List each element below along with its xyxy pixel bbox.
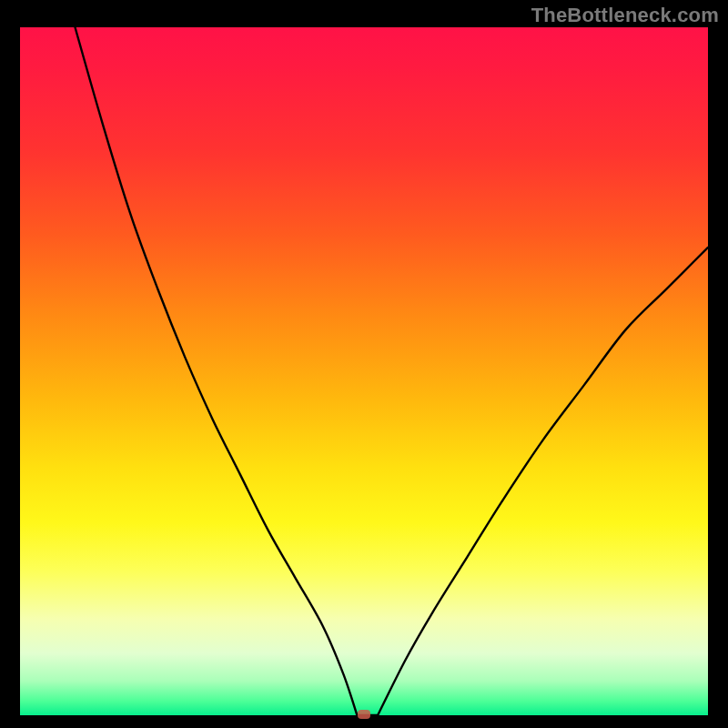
chart-frame: TheBottleneck.com <box>0 0 728 728</box>
optimum-marker <box>358 710 370 719</box>
bottleneck-curve <box>76 27 709 715</box>
watermark-text: TheBottleneck.com <box>531 4 719 27</box>
plot-area <box>20 27 708 715</box>
chart-svg <box>20 27 708 715</box>
